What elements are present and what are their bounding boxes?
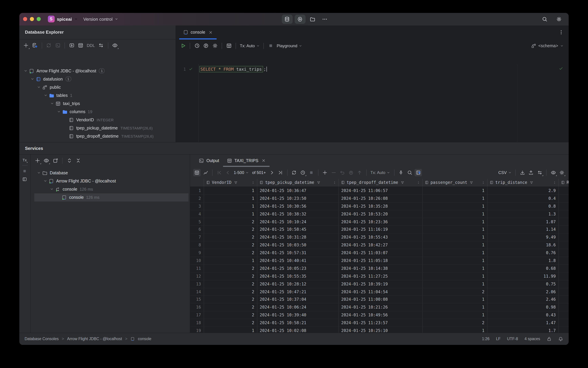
caret-position-widget[interactable]: 1:26: [482, 337, 490, 341]
table-cell[interactable]: 2.46: [488, 296, 559, 303]
table-cell[interactable]: 1: [423, 202, 488, 210]
filter-funnel-icon[interactable]: [401, 181, 404, 184]
bell-icon[interactable]: [558, 336, 563, 341]
filter-funnel-icon[interactable]: [234, 181, 238, 184]
tab-console[interactable]: console: [179, 25, 216, 39]
revert-icon[interactable]: [348, 170, 354, 175]
table-cell[interactable]: 1.14: [488, 226, 559, 233]
sort-icon[interactable]: [417, 181, 420, 184]
table-cell[interactable]: [559, 312, 569, 319]
close-icon[interactable]: [208, 30, 213, 35]
collapse-all-icon[interactable]: [75, 158, 81, 164]
table-cell[interactable]: 1: [423, 273, 488, 280]
table-cell[interactable]: [559, 288, 569, 295]
table-cell[interactable]: 1: [423, 296, 488, 303]
table-cell[interactable]: 2: [204, 273, 257, 280]
table-cell[interactable]: 2: [204, 312, 257, 319]
tree-item-columns[interactable]: columns19: [19, 108, 175, 116]
table-cell[interactable]: 2024-01-25 10:49:56: [339, 312, 423, 319]
table-cell[interactable]: 2024-01-25 11:23:57: [339, 319, 423, 327]
expand-all-icon[interactable]: [66, 158, 72, 164]
stop-icon[interactable]: [268, 43, 274, 49]
upload-icon[interactable]: [528, 170, 534, 175]
table-cell[interactable]: 0.4: [488, 195, 559, 202]
table-cell[interactable]: 2: [204, 280, 257, 288]
playground-label[interactable]: Playground: [277, 43, 302, 48]
table-cell[interactable]: 2024-01-25 10:58:21: [257, 319, 339, 327]
swap-icon[interactable]: [98, 43, 104, 48]
table-cell[interactable]: 2024-01-25 10:21:26: [339, 304, 423, 311]
table-cell[interactable]: 1: [423, 234, 488, 241]
table-cell[interactable]: 1.8: [488, 257, 559, 264]
run-query-icon[interactable]: [69, 43, 74, 48]
tree-item-arrow-flight-jdbc-localhost[interactable]: Arrow Flight JDBC - @localhost1: [19, 67, 175, 75]
chevron-expanded-icon[interactable]: [49, 101, 55, 105]
tab-taxi-trips[interactable]: TAXI_TRIPS: [223, 155, 269, 167]
sort-icon[interactable]: [333, 181, 337, 184]
grid-view-icon[interactable]: [193, 169, 201, 176]
chevron-expanded-icon[interactable]: [36, 85, 42, 89]
table-cell[interactable]: [559, 273, 569, 280]
table-icon[interactable]: [226, 43, 232, 49]
sort-icon[interactable]: [481, 181, 485, 184]
table-cell[interactable]: [559, 296, 569, 303]
breadcrumb-data-source[interactable]: Arrow Flight JDBC - @localhost: [67, 337, 122, 341]
eye-icon[interactable]: [112, 43, 118, 48]
tab-output[interactable]: Output: [195, 155, 223, 167]
more-vertical-icon[interactable]: [559, 29, 564, 35]
table-cell[interactable]: 1: [423, 312, 488, 319]
chevron-expanded-icon[interactable]: [43, 179, 48, 183]
table-cell[interactable]: 2024-01-25 10:39:40: [257, 312, 339, 319]
stop-icon[interactable]: [309, 170, 314, 175]
chevron-expanded-icon[interactable]: [29, 77, 35, 81]
table-cell[interactable]: 1: [204, 327, 257, 332]
table-cell[interactable]: 2024-01-25 11:06:57: [339, 187, 423, 194]
table-cell[interactable]: 2024-01-25 10:35:28: [339, 202, 423, 210]
table-cell[interactable]: 0.76: [488, 249, 559, 257]
table-cell[interactable]: 2: [204, 241, 257, 249]
table-cell[interactable]: 2.9: [488, 187, 559, 194]
table-cell[interactable]: 2024-01-25 10:10:24: [257, 218, 339, 225]
chevron-expanded-icon[interactable]: [23, 69, 28, 73]
1-500-label[interactable]: 1-500: [234, 170, 249, 175]
indent-widget[interactable]: 4 spaces: [525, 337, 540, 341]
table-cell[interactable]: 2024-01-25 10:40:41: [257, 257, 339, 264]
stop-icon[interactable]: [22, 168, 27, 174]
tx-label[interactable]: Tx: [23, 158, 27, 162]
table-cell[interactable]: 2024-01-25 10:38:32: [257, 210, 339, 218]
tree-item-datafusion[interactable]: datafusion1: [19, 75, 175, 83]
table-cell[interactable]: 0.98: [488, 304, 559, 311]
table-cell[interactable]: 2024-01-25 10:02:08: [257, 327, 339, 332]
table-cell[interactable]: [559, 257, 569, 264]
table-cell[interactable]: 9.49: [488, 234, 559, 241]
table-cell[interactable]: [559, 304, 569, 311]
breadcrumb-console[interactable]: console: [138, 337, 151, 341]
tx-auto-label[interactable]: Tx: Auto: [370, 170, 390, 175]
undo-icon[interactable]: [339, 170, 345, 175]
table-cell[interactable]: 11.99: [488, 273, 559, 280]
history-icon[interactable]: [194, 43, 200, 49]
table-cell[interactable]: 2: [204, 234, 257, 241]
table-cell[interactable]: 2024-01-25 10:23:36: [339, 218, 423, 225]
chevron-expanded-icon[interactable]: [49, 187, 54, 191]
more-icon-button[interactable]: [320, 14, 330, 24]
table-cell[interactable]: 1: [204, 195, 257, 202]
table-cell[interactable]: 1.47: [488, 319, 559, 327]
schema-selector[interactable]: <schema>: [531, 43, 563, 48]
remove-icon[interactable]: [331, 170, 336, 175]
schedule-icon[interactable]: [300, 170, 305, 175]
submit-icon[interactable]: [357, 170, 362, 175]
table-cell[interactable]: 2: [204, 288, 257, 295]
table-cell[interactable]: 1: [423, 210, 488, 218]
table-cell[interactable]: [559, 218, 569, 225]
open-new-icon[interactable]: [53, 158, 58, 164]
gear-icon[interactable]: [559, 170, 565, 175]
folder-icon-button[interactable]: [307, 14, 318, 24]
close-window-button[interactable]: [23, 17, 27, 21]
column-header-tpep-dropoff-datetime[interactable]: tpep_dropoff_datetime: [339, 179, 423, 186]
column-header-trip-distance[interactable]: trip_distance: [488, 179, 559, 186]
parameters-icon[interactable]: [203, 43, 209, 49]
tree-item-tpep-pickup-datetime[interactable]: tpep_pickup_datetimeTIMESTAMP(26,6): [19, 124, 175, 132]
tree-item-console[interactable]: console126 ms: [30, 185, 190, 193]
table-cell[interactable]: 2024-01-25 10:23:50: [257, 195, 339, 202]
